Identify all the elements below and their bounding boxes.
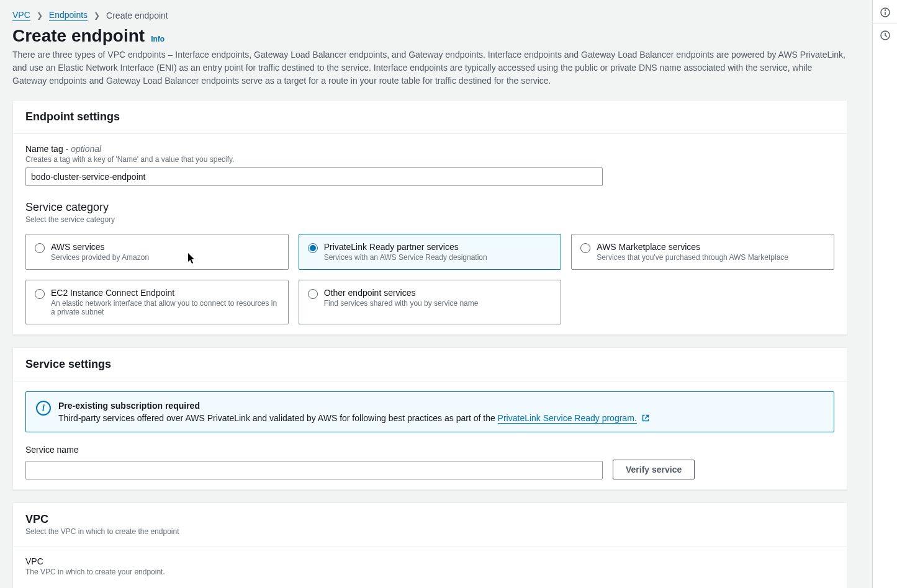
alert-text: Third-party services offered over AWS Pr… (58, 413, 649, 423)
category-title: Other endpoint services (324, 288, 479, 298)
category-marketplace[interactable]: AWS Marketplace services Services that y… (571, 234, 834, 270)
breadcrumb-vpc[interactable]: VPC (12, 10, 30, 21)
vpc-panel-title: VPC (25, 513, 834, 526)
rail-divider (873, 24, 897, 24)
breadcrumb-current: Create endpoint (106, 11, 168, 20)
page-header: Create endpoint Info There are three typ… (12, 26, 847, 87)
category-desc: An elastic network interface that allow … (51, 299, 279, 316)
category-desc: Services that you've purchased through A… (597, 253, 788, 262)
category-title: PrivateLink Ready partner services (324, 242, 487, 252)
vpc-hint: The VPC in which to create your endpoint… (25, 568, 834, 576)
radio-icon (308, 243, 318, 253)
external-link-icon (642, 414, 649, 422)
main-content: VPC ❯ Endpoints ❯ Create endpoint Create… (0, 0, 872, 588)
category-aws-services[interactable]: AWS services Services provided by Amazon (25, 234, 289, 270)
category-other-endpoint[interactable]: Other endpoint services Find services sh… (299, 280, 562, 324)
verify-service-button[interactable]: Verify service (613, 460, 695, 479)
breadcrumb: VPC ❯ Endpoints ❯ Create endpoint (12, 10, 847, 21)
endpoint-settings-panel: Endpoint settings Name tag - optional Cr… (12, 100, 847, 335)
info-rail-icon[interactable] (877, 4, 894, 21)
info-link[interactable]: Info (151, 35, 165, 43)
name-tag-input[interactable] (25, 167, 603, 186)
history-rail-icon[interactable] (877, 27, 894, 44)
chevron-icon: ❯ (37, 11, 43, 20)
vpc-label: VPC (25, 556, 834, 566)
service-category-title: Service category (25, 201, 834, 214)
category-title: AWS Marketplace services (597, 242, 788, 252)
chevron-icon: ❯ (94, 11, 100, 20)
info-icon: i (36, 401, 51, 416)
right-rail (872, 0, 897, 588)
category-desc: Find services shared with you by service… (324, 299, 479, 308)
subscription-alert: i Pre-existing subscription required Thi… (25, 391, 834, 432)
vpc-panel-subtitle: Select the VPC in which to create the en… (25, 527, 834, 536)
service-name-input[interactable] (25, 461, 603, 479)
page-description: There are three types of VPC endpoints –… (12, 48, 847, 87)
service-settings-panel: Service settings i Pre-existing subscrip… (12, 347, 847, 490)
breadcrumb-endpoints[interactable]: Endpoints (49, 10, 88, 21)
alert-title: Pre-existing subscription required (58, 401, 649, 411)
category-privatelink-ready[interactable]: PrivateLink Ready partner services Servi… (299, 234, 562, 270)
endpoint-settings-title: Endpoint settings (25, 110, 834, 123)
svg-point-2 (885, 10, 885, 11)
radio-icon (35, 243, 45, 253)
category-title: AWS services (51, 242, 149, 252)
service-category-hint: Select the service category (25, 215, 834, 224)
page-title: Create endpoint (12, 26, 145, 46)
service-category-grid: AWS services Services provided by Amazon… (25, 234, 834, 324)
radio-icon (308, 289, 318, 299)
category-desc: Services with an AWS Service Ready desig… (324, 253, 487, 262)
name-tag-hint: Creates a tag with a key of 'Name' and a… (25, 155, 834, 164)
vpc-panel: VPC Select the VPC in which to create th… (12, 502, 847, 588)
category-ec2-instance-connect[interactable]: EC2 Instance Connect Endpoint An elastic… (25, 280, 289, 324)
privatelink-program-link[interactable]: PrivateLink Service Ready program. (498, 413, 637, 424)
radio-icon (580, 243, 590, 253)
name-tag-label: Name tag - optional (25, 144, 834, 154)
service-name-label: Service name (25, 445, 834, 455)
service-settings-title: Service settings (25, 358, 834, 371)
radio-icon (35, 289, 45, 299)
category-title: EC2 Instance Connect Endpoint (51, 288, 279, 298)
category-desc: Services provided by Amazon (51, 253, 149, 262)
